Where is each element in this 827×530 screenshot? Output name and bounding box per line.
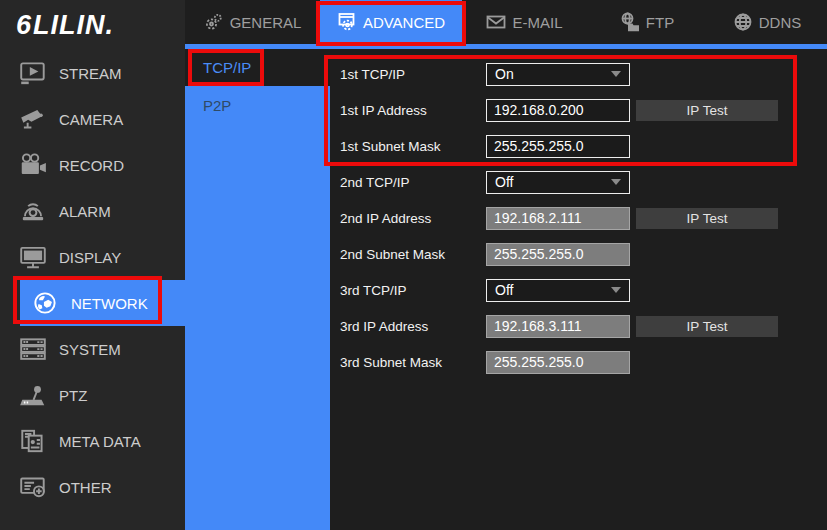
nvr-settings-window: 6 LILIN. STREAM — [0, 0, 827, 530]
field-label: 1st TCP/IP — [340, 67, 486, 82]
sidebar-item-system[interactable]: SYSTEM — [0, 326, 185, 372]
form-row-1st-tcpip: 1st TCP/IP On — [330, 56, 827, 92]
field-label: 1st Subnet Mask — [340, 139, 486, 154]
ip-address-2nd-input — [486, 207, 630, 230]
tab-advanced[interactable]: ADVANCED — [320, 0, 462, 44]
tab-ddns[interactable]: DDNS — [707, 0, 827, 44]
sidebar-item-alarm[interactable]: ALARM — [0, 188, 185, 234]
sidebar-item-record[interactable]: RECORD — [0, 142, 185, 188]
sidebar-item-label: ALARM — [59, 203, 111, 220]
chevron-down-icon — [611, 287, 621, 293]
field-label: 2nd IP Address — [340, 211, 486, 226]
field-label: 2nd Subnet Mask — [340, 247, 486, 262]
top-tab-bar: GENERAL ADVANCED E-MAIL — [185, 0, 827, 44]
tab-label: ADVANCED — [363, 14, 445, 31]
logo-glyph: 6 — [16, 10, 32, 41]
tab-label: DDNS — [759, 14, 802, 31]
form-row-2nd-subnet: 2nd Subnet Mask — [330, 236, 827, 272]
sidebar-item-label: PTZ — [59, 387, 87, 404]
siren-icon — [18, 198, 48, 224]
sidebar-item-label: OTHER — [59, 479, 112, 496]
sidebar-item-label: META DATA — [59, 433, 141, 450]
select-value: Off — [495, 174, 513, 190]
form-row-3rd-subnet: 3rd Subnet Mask — [330, 344, 827, 380]
sidebar-item-label: DISPLAY — [59, 249, 121, 266]
sidebar-item-ptz[interactable]: PTZ — [0, 372, 185, 418]
monitor-icon — [18, 244, 48, 270]
ip-address-1st-input[interactable] — [486, 99, 630, 122]
field-label: 3rd Subnet Mask — [340, 355, 486, 370]
movie-camera-icon — [18, 152, 48, 178]
subnet-mask-1st-input[interactable] — [486, 135, 630, 158]
select-value: Off — [495, 282, 513, 298]
window-gear-icon — [337, 12, 357, 32]
sidebar-menu: STREAM CAMERA — [0, 50, 185, 510]
globe-folder-icon — [620, 12, 640, 32]
sidebar-item-camera[interactable]: CAMERA — [0, 96, 185, 142]
tcpip-1st-select[interactable]: On — [486, 63, 630, 86]
sidebar: 6 LILIN. STREAM — [0, 0, 185, 530]
form-row-3rd-ip: 3rd IP Address IP Test — [330, 308, 827, 344]
card-plus-icon — [18, 474, 48, 500]
form-row-2nd-tcpip: 2nd TCP/IP Off — [330, 164, 827, 200]
sidebar-item-label: CAMERA — [59, 111, 123, 128]
chevron-down-icon — [611, 179, 621, 185]
envelope-icon — [486, 12, 506, 32]
subnav-item-tcpip[interactable]: TCP/IP — [185, 49, 330, 86]
cctv-camera-icon — [18, 106, 48, 132]
tab-label: E-MAIL — [512, 14, 562, 31]
subnav-item-p2p[interactable]: P2P — [185, 86, 330, 124]
gears-icon — [204, 12, 224, 32]
network-subnav: TCP/IP P2P — [185, 49, 330, 530]
globe-icon — [30, 290, 60, 316]
form-row-3rd-tcpip: 3rd TCP/IP Off — [330, 272, 827, 308]
tcpip-settings-panel: 1st TCP/IP On 1st IP Address IP Test 1st… — [330, 49, 827, 530]
ip-address-3rd-input — [486, 315, 630, 338]
tcpip-3rd-select[interactable]: Off — [486, 279, 630, 302]
logo-text: LILIN. — [33, 10, 114, 41]
field-label: 3rd TCP/IP — [340, 283, 486, 298]
documents-icon — [18, 428, 48, 454]
sidebar-item-other[interactable]: OTHER — [0, 464, 185, 510]
chevron-down-icon — [611, 71, 621, 77]
ip-test-1st-button[interactable]: IP Test — [636, 100, 778, 121]
sidebar-item-display[interactable]: DISPLAY — [0, 234, 185, 280]
ip-test-3rd-button[interactable]: IP Test — [636, 316, 778, 337]
tab-label: GENERAL — [230, 14, 302, 31]
globe-icon — [733, 12, 753, 32]
subnet-mask-2nd-input — [486, 243, 630, 266]
play-window-icon — [18, 60, 48, 86]
tab-email[interactable]: E-MAIL — [462, 0, 587, 44]
tab-label: FTP — [646, 14, 674, 31]
lilin-logo: 6 LILIN. — [0, 0, 185, 50]
sidebar-item-label: NETWORK — [71, 295, 148, 312]
subnav-item-label: TCP/IP — [203, 59, 251, 76]
form-row-1st-ip: 1st IP Address IP Test — [330, 92, 827, 128]
tab-ftp[interactable]: FTP — [587, 0, 707, 44]
form-row-1st-subnet: 1st Subnet Mask — [330, 128, 827, 164]
tab-general[interactable]: GENERAL — [185, 0, 320, 44]
sidebar-item-label: SYSTEM — [59, 341, 121, 358]
joystick-icon — [18, 382, 48, 408]
sidebar-item-network[interactable]: NETWORK — [20, 280, 185, 326]
subnet-mask-3rd-input — [486, 351, 630, 374]
tcpip-2nd-select[interactable]: Off — [486, 171, 630, 194]
subnav-item-label: P2P — [203, 97, 231, 114]
sidebar-item-label: STREAM — [59, 65, 122, 82]
form-row-2nd-ip: 2nd IP Address IP Test — [330, 200, 827, 236]
select-value: On — [495, 66, 514, 82]
field-label: 1st IP Address — [340, 103, 486, 118]
sidebar-item-metadata[interactable]: META DATA — [0, 418, 185, 464]
sidebar-item-stream[interactable]: STREAM — [0, 50, 185, 96]
field-label: 3rd IP Address — [340, 319, 486, 334]
server-stack-icon — [18, 336, 48, 362]
field-label: 2nd TCP/IP — [340, 175, 486, 190]
sidebar-item-label: RECORD — [59, 157, 124, 174]
ip-test-2nd-button[interactable]: IP Test — [636, 208, 778, 229]
